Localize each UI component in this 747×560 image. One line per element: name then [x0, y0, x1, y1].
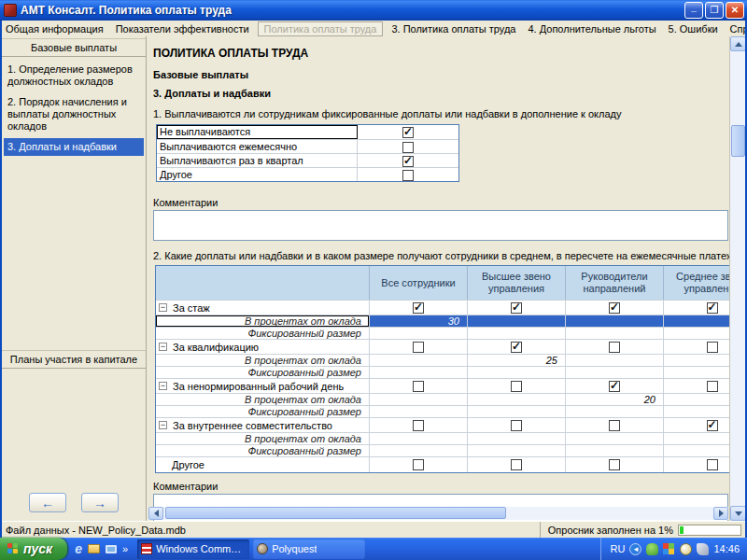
value-cell[interactable]	[467, 367, 565, 378]
value-cell[interactable]	[369, 394, 467, 405]
scroll-down-icon[interactable]	[730, 506, 745, 521]
scroll-up-icon[interactable]	[730, 36, 745, 51]
menu-item-4-benefits[interactable]: 4. Дополнительные льготы	[528, 23, 655, 35]
scroll-right-icon[interactable]	[713, 507, 728, 520]
horizontal-scroll-track[interactable]	[163, 507, 713, 520]
value-cell[interactable]	[663, 394, 729, 405]
value-cell[interactable]	[369, 367, 467, 378]
value-cell[interactable]	[565, 433, 663, 444]
checkbox[interactable]	[413, 420, 424, 431]
checkbox[interactable]	[511, 381, 522, 392]
value-cell[interactable]	[369, 406, 467, 417]
checkbox[interactable]	[609, 381, 620, 392]
collapse-icon[interactable]	[159, 382, 167, 390]
mail-icon[interactable]	[88, 544, 100, 553]
value-cell[interactable]: 20	[565, 394, 663, 405]
checkbox[interactable]	[413, 381, 424, 392]
minimize-button[interactable]	[684, 2, 703, 19]
value-cell[interactable]	[565, 355, 663, 366]
comments-input-1[interactable]	[153, 210, 728, 241]
value-cell[interactable]	[467, 328, 565, 339]
tray-messenger-icon[interactable]	[646, 543, 658, 555]
collapse-icon[interactable]	[159, 303, 167, 312]
subrow-percent-of-salary[interactable]: В процентах от оклада	[156, 432, 729, 444]
checkbox[interactable]	[707, 381, 718, 392]
collapse-icon[interactable]	[159, 421, 167, 429]
internet-explorer-icon[interactable]: e	[75, 541, 82, 556]
horizontal-scroll-thumb[interactable]	[165, 507, 506, 519]
value-cell[interactable]	[467, 445, 565, 456]
group-row-qualification[interactable]: За квалификацию	[156, 339, 729, 354]
value-cell[interactable]	[663, 433, 729, 444]
checkbox[interactable]	[511, 342, 522, 353]
collapse-icon[interactable]	[159, 343, 167, 351]
value-cell[interactable]: 30	[369, 315, 467, 327]
checkbox[interactable]	[609, 420, 620, 431]
checkbox[interactable]	[402, 127, 414, 138]
table-row[interactable]: Выплачиваются ежемесячно	[157, 139, 458, 153]
menu-item-help[interactable]: Справка	[730, 23, 747, 35]
table-row[interactable]: Выплачиваются раз в квартал	[157, 153, 458, 167]
vertical-scrollbar[interactable]	[729, 36, 745, 521]
checkbox[interactable]	[511, 459, 522, 470]
menu-item-5-errors[interactable]: 5. Ошибки	[669, 23, 718, 35]
subrow-percent-of-salary[interactable]: В процентах от оклада 20	[156, 393, 729, 405]
value-cell[interactable]	[467, 433, 565, 444]
checkbox[interactable]	[511, 302, 522, 314]
task-button-polyquest[interactable]: Polyquest	[253, 539, 365, 559]
subrow-fixed-amount[interactable]: Фиксированный размер	[156, 444, 729, 456]
menu-item-performance[interactable]: Показатели эффективности	[116, 23, 249, 35]
checkbox[interactable]	[609, 459, 620, 470]
subrow-fixed-amount[interactable]: Фиксированный размер	[156, 405, 729, 417]
vertical-scroll-thumb[interactable]	[731, 125, 745, 157]
close-button[interactable]	[726, 2, 744, 19]
value-cell[interactable]	[663, 315, 729, 327]
value-cell[interactable]	[369, 445, 467, 456]
checkbox[interactable]	[413, 302, 424, 314]
subrow-percent-of-salary[interactable]: В процентах от оклада 30	[156, 315, 729, 327]
checkbox[interactable]	[402, 156, 414, 167]
value-cell[interactable]	[565, 406, 663, 417]
tray-media-icon[interactable]: ◂	[629, 543, 641, 555]
horizontal-scrollbar[interactable]	[148, 507, 728, 520]
scroll-left-icon[interactable]	[148, 507, 163, 520]
group-row-irregular-hours[interactable]: За ненормированный рабочий день	[156, 378, 729, 393]
table-row[interactable]: Другое	[157, 167, 458, 181]
value-cell[interactable]	[369, 328, 467, 339]
value-cell[interactable]: 25	[467, 355, 565, 366]
checkbox[interactable]	[707, 420, 718, 431]
sidebar-item-salary-order[interactable]: 2. Порядок начисления и выплаты должност…	[4, 93, 144, 135]
checkbox[interactable]	[707, 302, 718, 314]
checkbox[interactable]	[707, 459, 718, 470]
checkbox[interactable]	[511, 420, 522, 431]
checkbox[interactable]	[609, 302, 620, 314]
table-row[interactable]: Не выплачиваются	[157, 125, 458, 139]
checkbox[interactable]	[707, 342, 718, 353]
task-button-windows-commander[interactable]: Windows Commander...	[137, 539, 249, 559]
chevron-more-icon[interactable]: »	[122, 543, 128, 554]
checkbox[interactable]	[609, 342, 620, 353]
menu-item-general-info[interactable]: Общая информация	[6, 23, 104, 35]
subrow-fixed-amount[interactable]: Фиксированный размер	[156, 327, 729, 339]
checkbox[interactable]	[402, 170, 414, 181]
row-other[interactable]: Другое	[156, 456, 729, 472]
value-cell[interactable]	[467, 406, 565, 417]
tray-app-icon[interactable]	[697, 543, 709, 555]
value-cell[interactable]	[565, 315, 663, 327]
value-cell[interactable]	[663, 445, 729, 456]
forward-button[interactable]: →	[81, 493, 119, 512]
value-cell[interactable]	[467, 315, 565, 327]
group-row-seniority[interactable]: За стаж	[156, 300, 729, 315]
checkbox[interactable]	[402, 142, 414, 153]
language-indicator[interactable]: RU	[611, 543, 626, 554]
tray-round-icon[interactable]	[680, 543, 692, 555]
tray-color-grid-icon[interactable]	[663, 543, 675, 555]
menu-item-3-pay-policy[interactable]: 3. Политика оплаты труда	[391, 23, 515, 35]
checkbox[interactable]	[413, 342, 424, 353]
value-cell[interactable]	[565, 445, 663, 456]
value-cell[interactable]	[565, 367, 663, 378]
group-row-internal-secondary-job[interactable]: За внутреннее совместительство	[156, 417, 729, 432]
back-button[interactable]: ←	[29, 493, 66, 512]
restore-button[interactable]	[705, 2, 724, 19]
value-cell[interactable]	[663, 328, 729, 339]
